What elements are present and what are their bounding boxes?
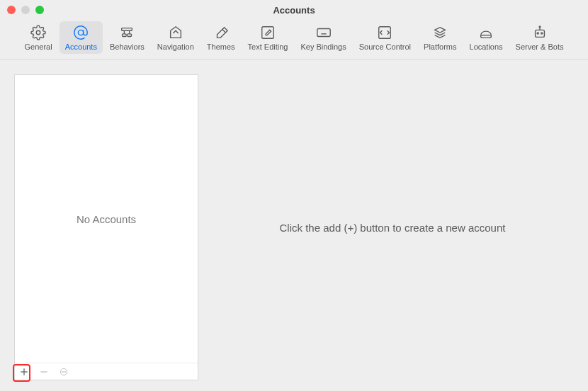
svg-point-27 [64, 371, 64, 372]
window-title: Accounts [0, 5, 588, 16]
svg-rect-6 [128, 34, 132, 37]
close-window-button[interactable] [7, 6, 16, 14]
tab-server-bots[interactable]: Server & Bots [510, 21, 570, 54]
paintbrush-icon [213, 24, 229, 41]
detail-pane: Click the add (+) button to create a new… [211, 74, 574, 380]
tab-label: Locations [470, 42, 503, 51]
accounts-sidebar: No Accounts [14, 74, 198, 380]
tab-themes[interactable]: Themes [201, 21, 241, 54]
content-area: No Accounts Click the add (+) button to … [0, 60, 588, 391]
tab-label: Source Control [359, 42, 411, 51]
navigation-icon [168, 24, 183, 41]
svg-point-26 [62, 371, 62, 372]
tab-key-bindings[interactable]: Key Bindings [295, 21, 351, 54]
accounts-list: No Accounts [15, 75, 198, 363]
edit-icon [260, 24, 276, 41]
at-sign-icon [73, 24, 89, 41]
tab-label: General [25, 42, 52, 51]
remove-account-button[interactable] [38, 366, 50, 378]
tab-label: Text Editing [248, 42, 288, 51]
tab-label: Accounts [65, 42, 97, 51]
tab-platforms[interactable]: Platforms [418, 21, 462, 54]
traffic-lights [7, 6, 44, 14]
svg-point-19 [541, 33, 542, 34]
detail-empty-message: Click the add (+) button to create a new… [280, 222, 506, 234]
drive-icon [478, 24, 494, 41]
tab-locations[interactable]: Locations [464, 21, 509, 54]
tab-source-control[interactable]: Source Control [354, 21, 417, 54]
svg-rect-2 [122, 28, 132, 31]
empty-accounts-label: No Accounts [77, 213, 136, 225]
sidebar-footer [15, 363, 198, 380]
svg-point-28 [65, 371, 66, 372]
svg-point-0 [36, 30, 40, 35]
tab-text-editing[interactable]: Text Editing [242, 21, 294, 54]
tab-label: Platforms [424, 42, 456, 51]
zoom-window-button[interactable] [35, 6, 44, 14]
tab-label: Navigation [157, 42, 194, 51]
preferences-toolbar: General Accounts Behaviors Navigation Th… [0, 20, 588, 60]
gear-icon [30, 24, 46, 41]
account-actions-button[interactable] [57, 366, 70, 378]
tab-general[interactable]: General [19, 21, 58, 54]
tab-label: Key Bindings [300, 42, 346, 51]
tab-label: Server & Bots [516, 42, 564, 51]
svg-rect-17 [535, 30, 544, 37]
svg-point-1 [79, 30, 84, 35]
minimize-window-button[interactable] [21, 6, 30, 14]
svg-point-18 [537, 33, 538, 34]
tab-label: Behaviors [110, 42, 145, 51]
tab-accounts[interactable]: Accounts [60, 21, 103, 54]
svg-rect-5 [123, 34, 127, 37]
titlebar: Accounts [0, 0, 588, 20]
source-control-icon [377, 24, 392, 41]
behaviors-icon [119, 24, 135, 41]
keyboard-icon [316, 24, 332, 41]
add-account-button[interactable] [18, 366, 30, 378]
svg-rect-8 [317, 29, 329, 37]
tab-behaviors[interactable]: Behaviors [104, 21, 150, 54]
svg-point-21 [539, 26, 541, 28]
svg-marker-15 [435, 28, 446, 33]
robot-icon [532, 24, 548, 41]
platforms-icon [432, 24, 448, 41]
tab-navigation[interactable]: Navigation [152, 21, 200, 54]
tab-label: Themes [207, 42, 235, 51]
